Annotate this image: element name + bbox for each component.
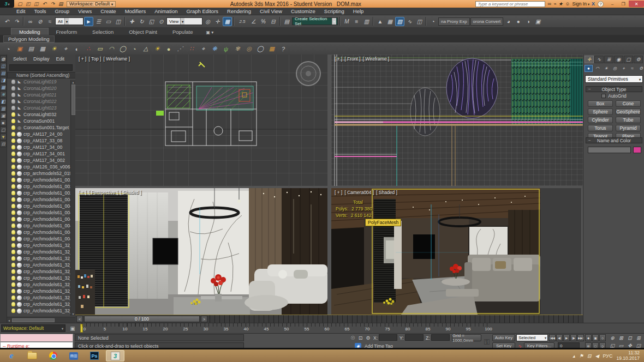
- selection-lock-icon[interactable]: ⊡: [357, 334, 364, 341]
- display-tab-icon[interactable]: ▢: [624, 56, 633, 63]
- explorer-helpers-icon[interactable]: ▦: [0, 84, 7, 90]
- visibility-bulb-icon[interactable]: [11, 276, 15, 280]
- selection-filter-dropdown[interactable]: All▾: [55, 17, 84, 25]
- primitive-button[interactable]: Box: [588, 100, 613, 107]
- search-binoculars-icon[interactable]: ∞: [547, 1, 551, 7]
- align-icon[interactable]: ≡: [352, 17, 361, 26]
- viewport-shading-button[interactable]: [ Wireframe ]: [103, 56, 130, 62]
- workspace-dropdown-top[interactable]: Workspace: Default▾: [67, 1, 116, 7]
- tray-expand-icon[interactable]: ▴: [573, 353, 575, 359]
- visibility-bulb-icon[interactable]: [11, 86, 15, 90]
- menu-item[interactable]: Views: [74, 8, 96, 14]
- primitive-button[interactable]: GeoSphere: [616, 108, 641, 115]
- viewport-name-button[interactable]: [ Perspective ]: [88, 190, 118, 195]
- explorer-menu-item[interactable]: Display: [31, 56, 52, 62]
- visibility-bulb-icon[interactable]: [11, 119, 15, 123]
- isolate-toggle-icon[interactable]: ☉: [349, 334, 356, 341]
- select-object-icon[interactable]: ►: [84, 17, 93, 26]
- explorer-cameras-icon[interactable]: ◨: [0, 77, 7, 83]
- visibility-bulb-icon[interactable]: [11, 224, 15, 228]
- geosphere-icon[interactable]: ●: [164, 44, 174, 54]
- plane-primitive-icon[interactable]: ▭: [95, 44, 105, 54]
- undo-icon[interactable]: ↶: [2, 17, 11, 26]
- taskbar-ie-button[interactable]: e: [2, 350, 21, 361]
- explorer-shapes-icon[interactable]: ◫: [0, 63, 7, 69]
- corona-proxy-table-icon[interactable]: ▦: [38, 44, 47, 54]
- viewport-name-button[interactable]: [ Top ]: [88, 56, 101, 62]
- scroll-left-icon[interactable]: ◂: [8, 318, 10, 322]
- create-tab-icon[interactable]: ✛: [585, 56, 594, 63]
- taskbar-clock[interactable]: 11:3219.10.2017: [616, 351, 640, 361]
- visibility-bulb-icon[interactable]: [11, 138, 15, 143]
- prev-frame-icon[interactable]: ◀|: [556, 334, 563, 341]
- explorer-hidden-icon[interactable]: ▼: [0, 134, 7, 140]
- next-frame-icon[interactable]: |▶: [570, 334, 577, 341]
- visibility-bulb-icon[interactable]: [11, 243, 15, 248]
- z-coordinate-field[interactable]: [431, 334, 450, 341]
- explorer-collapse-icon[interactable]: ⊟: [0, 141, 7, 147]
- minimize-button[interactable]: –: [607, 1, 618, 7]
- corona-converter-button[interactable]: orona Convert: [470, 17, 504, 26]
- visibility-bulb-icon[interactable]: [11, 158, 15, 162]
- keyboard-override-icon[interactable]: ▦: [223, 17, 232, 26]
- exchange-apps-icon[interactable]: X: [592, 1, 595, 7]
- schematic-view-icon[interactable]: ◫: [415, 17, 424, 26]
- visibility-bulb-icon[interactable]: [11, 152, 15, 156]
- cameras-icon[interactable]: ◎: [611, 65, 619, 72]
- primitive-button[interactable]: Cylinder: [588, 117, 613, 123]
- corona-light-lister-icon[interactable]: ▤: [26, 44, 36, 54]
- zoom-all-icon[interactable]: ⊠: [617, 334, 625, 342]
- y-coordinate-field[interactable]: [405, 334, 424, 341]
- geometry-icon[interactable]: ●: [585, 65, 593, 72]
- snap-toggle-25-icon[interactable]: 2.5: [236, 17, 248, 26]
- shapes-icon[interactable]: ◠: [593, 65, 601, 72]
- auto-key-button[interactable]: Auto Key: [492, 334, 515, 341]
- visibility-bulb-icon[interactable]: [11, 112, 15, 117]
- viewport-name-button[interactable]: [ Front ]: [344, 56, 360, 62]
- menu-item[interactable]: Edit: [12, 8, 29, 14]
- angle-snap-icon[interactable]: ∠: [249, 17, 258, 26]
- visibility-bulb-icon[interactable]: [11, 210, 15, 215]
- helpers-icon[interactable]: ⌖: [619, 65, 628, 72]
- mirror-icon[interactable]: M: [342, 17, 351, 26]
- front-viewport-canvas[interactable]: [331, 55, 583, 186]
- visibility-bulb-icon[interactable]: [11, 80, 15, 84]
- corona-sun-icon[interactable]: ◐: [72, 44, 82, 54]
- zoom-extents-icon[interactable]: ⊡: [625, 334, 634, 342]
- favorites-star-icon[interactable]: ★: [558, 1, 563, 7]
- menu-item[interactable]: Customize: [287, 8, 320, 14]
- tray-network-icon[interactable]: ⊟: [587, 353, 592, 359]
- menu-item[interactable]: Tools: [29, 8, 50, 14]
- toolbar-help-icon[interactable]: ?: [278, 44, 288, 54]
- visibility-bulb-icon[interactable]: [11, 204, 15, 208]
- window-crossing-icon[interactable]: ◫: [114, 17, 123, 26]
- unlink-icon[interactable]: ⊘: [35, 17, 45, 26]
- frame-ruler[interactable]: 0510152025303540455055606570758085909510…: [79, 323, 494, 334]
- explorer-name-column-header[interactable]: Name (Sorted Ascending): [7, 72, 81, 79]
- motion-tab-icon[interactable]: ◉: [614, 56, 623, 63]
- viewport-front[interactable]: [ + ] [ Front ] [ Wireframe ]: [331, 55, 583, 186]
- viewport-name-button[interactable]: [ Camera004 ]: [344, 190, 374, 195]
- redo-icon[interactable]: ↷: [12, 17, 21, 26]
- visibility-bulb-icon[interactable]: [11, 145, 15, 149]
- autogrid-checkbox[interactable]: [601, 94, 606, 98]
- visibility-bulb-icon[interactable]: [11, 125, 15, 130]
- grass-icon[interactable]: ψ: [221, 44, 231, 54]
- spheres-pair-icon[interactable]: ∷: [187, 44, 196, 54]
- render-frame-window-icon[interactable]: ◕: [504, 17, 513, 26]
- moon-sphere-icon[interactable]: ◯: [255, 44, 265, 54]
- viewport-shading-button[interactable]: [ Wireframe ]: [363, 56, 390, 62]
- menu-item[interactable]: Modifiers: [121, 8, 151, 14]
- systems-icon[interactable]: ⚙: [637, 65, 644, 72]
- light-lister-icon[interactable]: ☀: [49, 44, 59, 54]
- viewport-menu-button[interactable]: [ + ]: [79, 56, 86, 62]
- viewport-splitter-vertical[interactable]: [327, 55, 331, 315]
- modify-tab-icon[interactable]: ∿: [594, 56, 604, 63]
- lights-icon[interactable]: ☀: [602, 65, 610, 72]
- menu-item[interactable]: Scripting: [320, 8, 349, 14]
- explorer-xrefs-icon[interactable]: ▩: [0, 105, 7, 112]
- named-selection-set-dropdown[interactable]: Create Selection Set▾: [292, 17, 338, 25]
- help-icon[interactable]: ?: [598, 1, 604, 7]
- primitive-button[interactable]: Sphere: [588, 108, 613, 115]
- maxscript-macro-recorder[interactable]: [0, 334, 73, 342]
